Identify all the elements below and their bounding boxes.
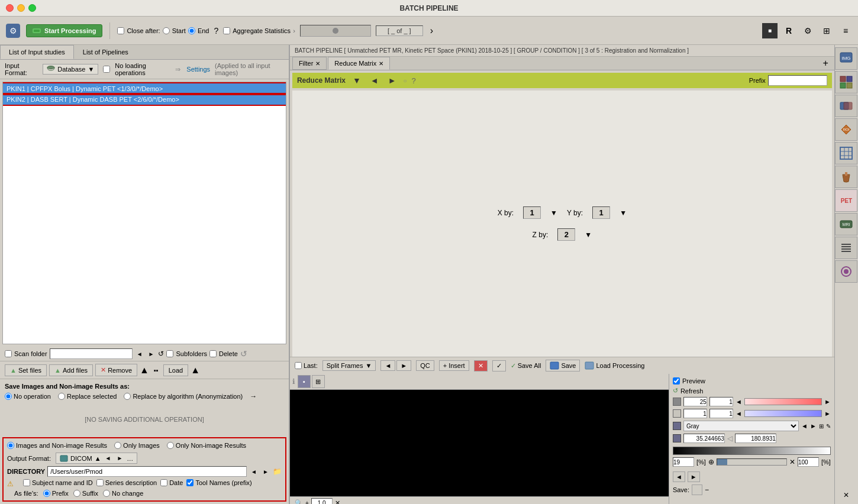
tab-filter[interactable]: Filter ✕ bbox=[292, 57, 327, 70]
viewer-nav-left[interactable]: ◄ bbox=[673, 471, 685, 482]
display-mode-btn[interactable]: ■ bbox=[762, 23, 778, 38]
forward-arrow[interactable]: › bbox=[428, 25, 436, 36]
rm-next-btn[interactable]: ► bbox=[386, 76, 399, 85]
scan-next[interactable]: ► bbox=[147, 350, 156, 358]
set-files-button[interactable]: ▲ Set files bbox=[5, 364, 47, 376]
scan-folder-checkbox[interactable] bbox=[5, 350, 12, 357]
aggregate-stats-checkbox[interactable] bbox=[223, 27, 230, 34]
fr-btn-grid[interactable] bbox=[835, 142, 857, 164]
layout-btn[interactable]: ⊞ bbox=[819, 23, 834, 38]
tab-pipelines[interactable]: List of Pipelines bbox=[74, 45, 137, 59]
output-format-dropdown[interactable]: DICOM ▲ ◄ ► … bbox=[56, 453, 137, 464]
zoom-slider[interactable] bbox=[717, 458, 787, 466]
replace-algo-radio[interactable] bbox=[124, 393, 131, 400]
scan-prev[interactable]: ◄ bbox=[135, 350, 144, 358]
study-item-2[interactable]: PKIN2 | DASB SERT | Dynamic DASB PET <2/… bbox=[3, 94, 286, 105]
fr-btn-spiral[interactable] bbox=[835, 260, 857, 283]
tool-names-checkbox[interactable] bbox=[186, 479, 193, 486]
rm-circle-btn[interactable]: ○ bbox=[403, 77, 407, 84]
subject-name-checkbox[interactable] bbox=[23, 479, 30, 486]
close-x-btn[interactable]: ✕ bbox=[474, 360, 488, 371]
zoom-input[interactable] bbox=[673, 457, 694, 467]
save-minus-btn[interactable]: − bbox=[705, 486, 709, 494]
load-arrow-btn[interactable]: ▲ bbox=[191, 365, 200, 376]
fr-btn-paint[interactable] bbox=[835, 166, 857, 188]
br1-left-arrow[interactable]: ◄ bbox=[736, 398, 742, 405]
dir-next[interactable]: ► bbox=[261, 468, 270, 476]
prefix-input[interactable] bbox=[768, 75, 827, 86]
multi-view-btn[interactable]: ⊞ bbox=[312, 375, 325, 388]
window-controls[interactable] bbox=[6, 4, 36, 12]
viewer-nav-right[interactable]: ► bbox=[688, 471, 700, 482]
suffix-naming-radio[interactable] bbox=[73, 490, 80, 497]
qc-btn[interactable]: QC bbox=[416, 360, 434, 371]
close-check-btn[interactable]: ✓ bbox=[492, 360, 506, 371]
colormap-select[interactable]: Gray Hot Jet bbox=[683, 421, 799, 431]
brightness-val1[interactable] bbox=[683, 397, 707, 406]
z-dropdown[interactable]: ▼ bbox=[585, 231, 592, 239]
fr-btn-overlay[interactable] bbox=[835, 95, 857, 117]
delete-checkbox[interactable] bbox=[209, 350, 217, 357]
load-button[interactable]: Load bbox=[163, 364, 188, 376]
br2-right-arrow[interactable]: ► bbox=[824, 410, 831, 417]
nav-next-btn[interactable]: ► bbox=[396, 360, 411, 371]
cmap-edit-btn[interactable]: ✎ bbox=[826, 423, 831, 429]
rm-dropdown-btn[interactable]: ▼ bbox=[350, 76, 363, 85]
rm-help-btn[interactable]: ? bbox=[412, 76, 416, 85]
settings-link[interactable]: Settings bbox=[186, 66, 210, 73]
series-desc-checkbox[interactable] bbox=[96, 479, 104, 486]
insert-btn[interactable]: + Insert bbox=[439, 360, 469, 371]
max-val-input[interactable] bbox=[735, 434, 776, 443]
load-processing-btn[interactable]: Load Processing bbox=[585, 361, 644, 370]
add-tab-button[interactable]: + bbox=[820, 58, 832, 69]
brightness-val2[interactable] bbox=[683, 409, 707, 418]
br1-right-arrow[interactable]: ► bbox=[824, 398, 831, 405]
img-zoom-out[interactable]: 🔍 bbox=[295, 499, 303, 505]
only-images-radio[interactable] bbox=[114, 442, 121, 449]
scan-folder-input[interactable] bbox=[50, 348, 133, 359]
no-op-radio[interactable] bbox=[5, 393, 12, 400]
date-checkbox[interactable] bbox=[160, 479, 167, 486]
y-dropdown[interactable]: ▼ bbox=[620, 209, 627, 217]
fr-close-btn[interactable]: ✕ bbox=[840, 489, 853, 502]
fr-btn-rois[interactable]: ROI bbox=[835, 118, 857, 141]
remove-button[interactable]: ✕ Remove bbox=[95, 364, 137, 376]
min-val-input[interactable] bbox=[683, 434, 725, 443]
study-item-1[interactable]: PKIN1 | CPFPX Bolus | Dynamic PET <1/3/0… bbox=[3, 83, 286, 94]
fr-btn-lines[interactable] bbox=[835, 237, 857, 259]
fr-btn-transform[interactable] bbox=[835, 71, 857, 93]
tab-reduce-matrix[interactable]: Reduce Matrix ✕ bbox=[328, 57, 390, 70]
save-arrow-btn[interactable]: → bbox=[250, 392, 257, 400]
start-processing-button[interactable]: Start Processing bbox=[26, 24, 102, 37]
scan-reload-btn[interactable]: ↺ bbox=[158, 350, 164, 358]
settings-btn[interactable]: ⚙ bbox=[800, 23, 815, 38]
zoom-x-btn[interactable]: ✕ bbox=[789, 458, 795, 466]
tab-input-studies[interactable]: List of Input studies bbox=[0, 45, 74, 59]
fr-btn-images[interactable]: IMG bbox=[835, 47, 857, 70]
replace-selected-radio[interactable] bbox=[58, 393, 65, 400]
rm-prev-btn[interactable]: ◄ bbox=[368, 76, 381, 85]
dir-prev[interactable]: ◄ bbox=[249, 468, 259, 476]
brightness-slider-1[interactable] bbox=[744, 398, 822, 405]
zoom-max-input[interactable] bbox=[798, 457, 819, 467]
split-frames-dropdown[interactable]: Split Frames ▼ bbox=[322, 360, 376, 371]
save-color-box[interactable] bbox=[692, 484, 702, 495]
refresh-row[interactable]: ↺ Refresh bbox=[673, 387, 831, 395]
add-files-button[interactable]: ▲ Add files bbox=[49, 364, 93, 376]
up-arrow-btn[interactable]: ▲ bbox=[140, 365, 149, 376]
brightness-val2b[interactable] bbox=[709, 409, 733, 418]
only-non-image-radio[interactable] bbox=[167, 442, 174, 449]
subfolders-checkbox[interactable] bbox=[166, 350, 173, 357]
prefix-naming-radio[interactable] bbox=[43, 490, 50, 497]
maximize-button[interactable] bbox=[28, 4, 36, 12]
preview-checkbox[interactable] bbox=[673, 377, 680, 385]
reduce-matrix-tab-close[interactable]: ✕ bbox=[379, 60, 383, 67]
nav-prev-btn[interactable]: ◄ bbox=[380, 360, 395, 371]
close-end-radio[interactable] bbox=[188, 27, 195, 34]
no-change-naming-radio[interactable] bbox=[103, 490, 110, 497]
cmap-more-btn[interactable]: ⊞ bbox=[819, 423, 824, 429]
filter-tab-close[interactable]: ✕ bbox=[315, 60, 320, 67]
brightness-slider-2[interactable] bbox=[744, 410, 822, 417]
dir-browse-btn[interactable]: 📁 bbox=[273, 467, 282, 476]
brightness-val1b[interactable] bbox=[709, 397, 733, 406]
